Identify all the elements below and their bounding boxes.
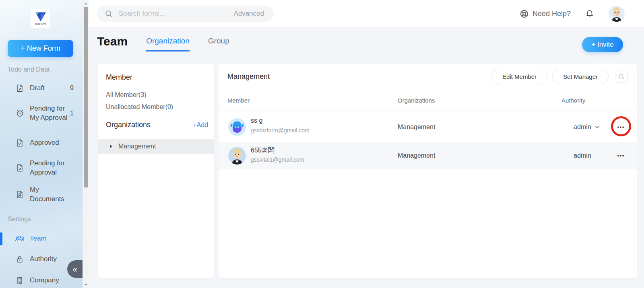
search-icon — [105, 10, 113, 18]
sidebar: BizForm + New Form Todo and Data Draft 9… — [0, 0, 83, 288]
table-row[interactable]: ss g gssbizform@gmail.com Management adm… — [219, 112, 637, 142]
lock-icon — [15, 255, 24, 263]
sidebar-item-label: Company — [30, 276, 72, 285]
notifications-bell-icon[interactable] — [585, 9, 594, 19]
sidebar-item-pending-for-my-approval[interactable]: Pending for My Approval 1 — [0, 104, 83, 123]
sidebar-item-approved[interactable]: Approved — [0, 138, 83, 148]
scrollbar-up-arrow[interactable]: ▲ — [83, 0, 89, 6]
management-panel-header: Management Edit Member Set Manager — [219, 64, 637, 89]
sidebar-collapse-button[interactable]: « — [67, 260, 83, 278]
organizations-heading: Organizations — [106, 121, 151, 129]
need-help-label: Need Help? — [533, 10, 571, 18]
sidebar-item-label: Team — [30, 234, 72, 243]
app-logo[interactable]: BizForm — [31, 9, 50, 28]
sidebar-item-draft[interactable]: Draft 9 — [0, 84, 83, 93]
pending-my-approval-count-badge: 1 — [70, 110, 74, 117]
page-title: Team — [97, 35, 128, 51]
authority-value: admin — [574, 123, 591, 131]
section-label-todo: Todo and Data — [8, 66, 50, 73]
sidebar-item-label: Draft — [30, 84, 70, 93]
edit-member-button[interactable]: Edit Member — [491, 69, 547, 84]
alarm-icon — [15, 109, 24, 118]
member-organization: Management — [398, 123, 435, 131]
all-member-link[interactable]: All Member(3) — [106, 91, 146, 99]
tree-expand-caret-icon[interactable] — [110, 145, 112, 148]
more-actions-button[interactable]: ••• — [616, 150, 627, 161]
org-tree-item-management[interactable]: Management — [98, 139, 214, 154]
member-heading: Member — [106, 73, 132, 82]
tab-group[interactable]: Group — [208, 37, 229, 51]
sidebar-item-label: My Documents — [30, 185, 72, 204]
authority-value: admin — [574, 152, 591, 159]
bizform-logo-icon — [34, 12, 47, 22]
company-icon — [15, 276, 24, 285]
set-manager-button[interactable]: Set Manager — [552, 69, 609, 84]
chevron-down-icon — [595, 125, 600, 129]
sidebar-item-label: Pending for Approval — [30, 159, 72, 177]
member-avatar — [228, 147, 246, 165]
search-input[interactable] — [119, 10, 228, 18]
topbar: Advanced Need Help? — [89, 0, 644, 27]
main-area: Advanced Need Help? — [89, 0, 644, 288]
sidebar-item-company[interactable]: Company — [0, 276, 83, 285]
draft-count-badge: 9 — [70, 84, 74, 92]
more-actions-button[interactable]: ••• — [616, 122, 627, 132]
member-search-button[interactable] — [615, 70, 628, 83]
sidebar-item-my-documents[interactable]: My Documents — [0, 185, 83, 204]
new-form-button[interactable]: + New Form — [8, 40, 73, 57]
sidebar-item-team[interactable]: Team — [0, 234, 83, 243]
sidebar-scrollbar[interactable]: ▲ ▼ — [83, 0, 89, 288]
column-header-authority: Authority — [561, 97, 585, 104]
team-icon — [15, 234, 24, 243]
panel-actions: Edit Member Set Manager — [491, 69, 628, 84]
user-avatar[interactable] — [609, 6, 625, 22]
table-header: Member Organizations Authority — [219, 89, 637, 111]
member-email: gssbizform@gmail.com — [251, 127, 310, 134]
member-name: ss g — [251, 117, 262, 124]
draft-icon — [15, 84, 24, 93]
approved-doc-icon — [15, 138, 24, 147]
search-bar[interactable]: Advanced — [97, 6, 274, 22]
authority-dropdown[interactable]: admin — [574, 123, 600, 131]
authority-value-cell[interactable]: admin — [574, 152, 591, 159]
need-help-button[interactable]: Need Help? — [520, 9, 571, 19]
pending-doc-icon — [15, 164, 24, 173]
topbar-right-cluster: Need Help? — [520, 0, 625, 27]
my-documents-icon — [15, 190, 24, 199]
scrollbar-down-arrow[interactable]: ▼ — [83, 282, 89, 288]
help-lifebuoy-icon — [520, 9, 529, 19]
sidebar-item-pending-for-approval[interactable]: Pending for Approval — [0, 159, 83, 177]
member-avatar — [228, 118, 246, 136]
org-tree-label: Management — [118, 143, 156, 150]
member-organization: Management — [398, 152, 435, 159]
scrollbar-thumb[interactable] — [84, 7, 88, 187]
table-row[interactable]: 655老闆 gssvital1@gmail.com Management adm… — [219, 142, 637, 169]
search-icon — [618, 73, 625, 80]
column-header-organizations: Organizations — [398, 97, 435, 104]
member-name: 655老闆 — [251, 146, 275, 155]
section-label-settings: Settings — [8, 216, 31, 223]
invite-button[interactable]: + Invite — [582, 37, 623, 52]
unallocated-member-link[interactable]: Unallocated Member(0) — [106, 103, 173, 111]
tab-organization[interactable]: Organization — [146, 37, 190, 51]
member-table-rows: ss g gssbizform@gmail.com Management adm… — [219, 112, 637, 169]
member-email: gssvital1@gmail.com — [251, 156, 304, 163]
active-indicator-bar — [0, 232, 2, 245]
management-panel-title: Management — [227, 72, 270, 81]
add-organization-button[interactable]: +Add — [193, 121, 208, 129]
management-panel: Management Edit Member Set Manager Membe… — [219, 64, 637, 278]
page-header: Team Organization Group — [97, 35, 229, 51]
logo-wordmark: BizForm — [35, 23, 46, 25]
sidebar-item-label: Approved — [30, 138, 72, 148]
sidebar-item-label: Pending for My Approval — [30, 104, 70, 123]
member-panel: Member All Member(3) Unallocated Member(… — [98, 64, 214, 278]
sidebar-item-label: Authority — [30, 255, 72, 264]
app-screen: BizForm + New Form Todo and Data Draft 9… — [0, 0, 644, 288]
column-header-member: Member — [227, 97, 250, 104]
advanced-search-link[interactable]: Advanced — [233, 10, 264, 18]
